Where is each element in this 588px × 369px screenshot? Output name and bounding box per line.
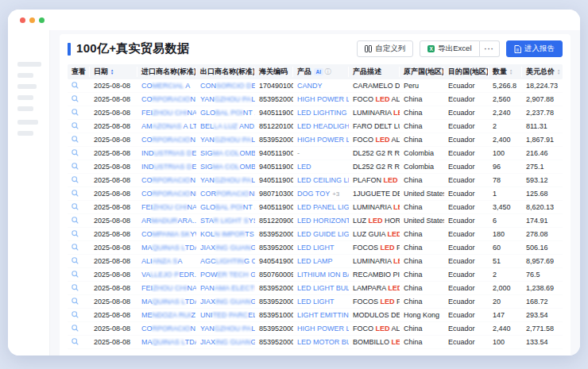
- column-header-exporter[interactable]: 出口商名称(标准)▲▼: [196, 67, 255, 77]
- importer-name-cell[interactable]: CORPORACION E...: [137, 325, 196, 332]
- exporter-name-cell[interactable]: JIAXING GUANGT...: [196, 244, 255, 252]
- magnifier-icon[interactable]: [72, 217, 79, 224]
- exporter-name-cell[interactable]: STAR LIGHT SYST...: [196, 217, 255, 225]
- column-header-price[interactable]: 美元总价▲▼: [522, 67, 563, 77]
- product-link[interactable]: LED MOTOR BULB: [297, 338, 349, 346]
- product-cell[interactable]: LED LIGHTING+1: [293, 109, 349, 117]
- exporter-name-cell[interactable]: JIAXING GUANGT...: [196, 298, 255, 306]
- magnifier-icon[interactable]: [72, 325, 79, 332]
- exporter-name-cell[interactable]: YANGZHOU PAL LI...: [196, 136, 255, 144]
- product-cell[interactable]: LED LIGHT: [293, 298, 349, 306]
- importer-name-cell[interactable]: COMERCIAL A: [137, 82, 196, 90]
- magnifier-icon[interactable]: [72, 311, 79, 318]
- importer-name-cell[interactable]: AMAZONAS A LTDA: [137, 122, 196, 130]
- exporter-name-cell[interactable]: GLOBAL POINT ...: [196, 109, 255, 117]
- close-window-icon[interactable]: [20, 17, 25, 23]
- product-link[interactable]: HIGH POWER LED F: [297, 136, 349, 144]
- product-cell[interactable]: HIGH POWER LED F: [293, 325, 349, 332]
- importer-name-cell[interactable]: FEIZHOU CHINA ...: [137, 109, 196, 117]
- product-cell[interactable]: LED GUIDE LIGHT T: [293, 230, 349, 238]
- product-cell[interactable]: LED HORIZONTAL L: [293, 217, 349, 225]
- product-cell[interactable]: LED LAMP: [293, 257, 349, 265]
- product-link[interactable]: LED: [297, 163, 311, 171]
- product-link[interactable]: LED HEADLIGHT: [297, 122, 349, 130]
- product-cell[interactable]: CANDY: [293, 82, 349, 90]
- importer-name-cell[interactable]: VALLEJO PEDR...: [137, 271, 196, 279]
- product-cell[interactable]: LED LIGHT BULB: [293, 284, 349, 292]
- exporter-name-cell[interactable]: PANAMA ELECTRIC...: [196, 284, 255, 292]
- product-cell[interactable]: LED: [293, 163, 349, 171]
- column-header-qty[interactable]: 数量▲▼: [489, 67, 522, 77]
- magnifier-icon[interactable]: [72, 109, 79, 116]
- maximize-window-icon[interactable]: [39, 17, 44, 23]
- exporter-name-cell[interactable]: GLOBAL POINT ...: [196, 203, 255, 211]
- magnifier-icon[interactable]: [72, 257, 79, 264]
- magnifier-icon[interactable]: [72, 176, 79, 183]
- product-link[interactable]: LED GUIDE LIGHT T: [297, 230, 349, 238]
- product-link[interactable]: LED LIGHT: [297, 244, 335, 252]
- product-link[interactable]: HIGH POWER LED F: [297, 95, 349, 103]
- importer-name-cell[interactable]: COMPANIA SKYWI...: [137, 230, 196, 238]
- magnifier-icon[interactable]: [72, 338, 79, 345]
- importer-name-cell[interactable]: FEIZHOU CHINA ...: [137, 284, 196, 292]
- column-header-importer[interactable]: 进口商名称(标准)▲▼: [137, 67, 196, 77]
- product-link[interactable]: LED HORIZONTAL L: [297, 217, 349, 225]
- product-link[interactable]: LED LIGHTING: [297, 109, 347, 117]
- magnifier-icon[interactable]: [72, 149, 79, 156]
- exporter-name-cell[interactable]: SIGMA COLOMB...: [196, 149, 255, 157]
- importer-name-cell[interactable]: MAQUINAS LTDA: [137, 298, 196, 306]
- importer-name-cell[interactable]: CORPORACION E...: [137, 95, 196, 103]
- product-cell[interactable]: -: [293, 149, 349, 157]
- product-cell[interactable]: HIGH POWER LED F: [293, 136, 349, 144]
- product-link[interactable]: DOG TOY: [297, 190, 330, 198]
- exporter-name-cell[interactable]: YANGZHOU PAL LI...: [196, 176, 255, 184]
- exporter-name-cell[interactable]: CORPORACIONES...: [196, 190, 255, 198]
- exporter-name-cell[interactable]: SIGMA COLOMB...: [196, 163, 255, 171]
- exporter-name-cell[interactable]: BELLA LUZ AND...: [196, 122, 255, 130]
- magnifier-icon[interactable]: [72, 284, 79, 291]
- importer-name-cell[interactable]: MAQUINAS LTDA: [137, 338, 196, 346]
- importer-name-cell[interactable]: FEIZHOU CHINA ...: [137, 203, 196, 211]
- sort-icon[interactable]: ▲▼: [509, 69, 513, 74]
- product-cell[interactable]: LED HEADLIGHT: [293, 122, 349, 130]
- export-excel-button[interactable]: X 导出Excel: [420, 40, 479, 57]
- product-cell[interactable]: LED PANEL LIG+1: [293, 203, 349, 211]
- info-icon[interactable]: ⓘ: [325, 67, 331, 76]
- exporter-name-cell[interactable]: UNITED PARCEL ...: [196, 311, 255, 319]
- product-link[interactable]: LED LAMP: [297, 257, 333, 265]
- product-cell[interactable]: LIGHT EMITTIN+1: [293, 311, 349, 319]
- magnifier-icon[interactable]: [72, 271, 79, 278]
- magnifier-icon[interactable]: [72, 163, 79, 170]
- product-link[interactable]: LED CEILING LIGHT: [297, 176, 349, 184]
- sort-icon[interactable]: ▲▼: [557, 69, 560, 74]
- product-link[interactable]: LED PANEL LIG: [297, 203, 349, 211]
- magnifier-icon[interactable]: [72, 95, 79, 102]
- magnifier-icon[interactable]: [72, 82, 79, 89]
- customize-columns-button[interactable]: 自定义列: [357, 40, 413, 57]
- export-more-button[interactable]: ···: [480, 40, 501, 57]
- importer-name-cell[interactable]: CORPORACION E...: [137, 136, 196, 144]
- magnifier-icon[interactable]: [72, 298, 79, 305]
- importer-name-cell[interactable]: MAQUINAS LTDA: [137, 244, 196, 252]
- exporter-name-cell[interactable]: JIAXING GUANGT...: [196, 338, 255, 346]
- importer-name-cell[interactable]: INDUSTRIAS DE SIS...: [137, 149, 196, 157]
- product-cell[interactable]: HIGH POWER LED F: [293, 95, 349, 103]
- enter-report-button[interactable]: 进入报告: [506, 40, 563, 57]
- magnifier-icon[interactable]: [72, 190, 79, 197]
- importer-name-cell[interactable]: ARMADURARA...: [137, 217, 196, 225]
- magnifier-icon[interactable]: [72, 230, 79, 237]
- product-link[interactable]: CANDY: [297, 82, 323, 90]
- product-cell[interactable]: LED MOTOR BULB: [293, 338, 349, 346]
- importer-name-cell[interactable]: INDUSTRIAS DE SIS...: [137, 163, 196, 171]
- magnifier-icon[interactable]: [72, 122, 79, 129]
- exporter-name-cell[interactable]: POWER TECH GR...: [196, 271, 255, 279]
- exporter-name-cell[interactable]: YANGZHOU PAL LI...: [196, 325, 255, 332]
- product-cell[interactable]: LED CEILING LIGHT: [293, 176, 349, 184]
- importer-name-cell[interactable]: CORPORACIONES...: [137, 190, 196, 198]
- product-link[interactable]: LED LIGHT: [297, 298, 335, 306]
- product-link[interactable]: LIGHT EMITTIN: [297, 311, 349, 319]
- importer-name-cell[interactable]: ALIANZA SA: [137, 257, 196, 265]
- product-cell[interactable]: LITHIUM ION BATTE: [293, 271, 349, 279]
- product-cell[interactable]: LED LIGHT: [293, 244, 349, 252]
- product-link[interactable]: LITHIUM ION BATTE: [297, 271, 349, 279]
